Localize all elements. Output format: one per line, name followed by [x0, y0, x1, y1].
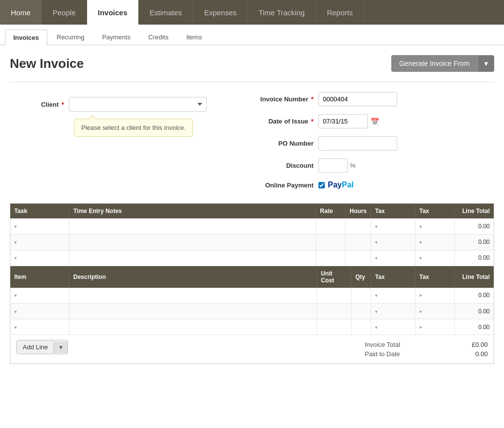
client-select[interactable]: [69, 97, 207, 112]
task-2-hours[interactable]: [346, 234, 371, 250]
task-3-tax1[interactable]: ▾: [371, 250, 415, 266]
task-3-task[interactable]: ▾: [10, 250, 69, 266]
discount-row: Discount %: [259, 158, 494, 173]
item-2-tax1[interactable]: ▾: [371, 304, 415, 319]
item-1-qty[interactable]: [351, 288, 371, 304]
nav-invoices[interactable]: Invoices: [87, 0, 139, 25]
add-line-btn[interactable]: Add Line ▼: [16, 340, 68, 354]
item-1-total: 0.00: [455, 288, 494, 304]
discount-input[interactable]: [318, 158, 348, 173]
nav-reports[interactable]: Reports: [316, 0, 364, 25]
online-payment-label: Online Payment: [259, 182, 318, 189]
item-row-3: ▾ ▾ ▾ 0.00: [10, 319, 494, 335]
nav-estimates[interactable]: Estimates: [139, 0, 193, 25]
invoice-number-input[interactable]: [318, 92, 397, 106]
task-2-tax1[interactable]: ▾: [371, 234, 415, 250]
item-3-cost[interactable]: [317, 319, 351, 335]
task-3-notes[interactable]: [69, 250, 316, 266]
item-2-cost[interactable]: [317, 304, 351, 319]
table-footer: Add Line ▼ Invoice Total £0.00 Paid to D…: [10, 335, 494, 364]
subnav-invoices[interactable]: Invoices: [5, 30, 47, 45]
item-1-desc[interactable]: [69, 288, 317, 304]
subnav-items[interactable]: Items: [178, 29, 210, 45]
paid-to-date-row: Paid to Date 0.00: [365, 349, 488, 359]
item-col-tax2: Tax: [415, 266, 455, 288]
item-3-item[interactable]: ▾: [10, 319, 69, 335]
task-row-3: ▾ ▾ ▾ 0.00: [10, 250, 494, 266]
item-col-cost: Unit Cost: [317, 266, 351, 288]
subnav-credits[interactable]: Credits: [140, 29, 177, 45]
item-col-qty: Qty: [351, 266, 371, 288]
item-1-cost[interactable]: [317, 288, 351, 304]
item-table: Item Description Unit Cost Qty Tax Tax L…: [10, 266, 494, 336]
item-2-qty[interactable]: [351, 304, 371, 319]
chevron-down-icon: ▾: [375, 293, 378, 298]
task-table: Task Time Entry Notes Rate Hours Tax Tax…: [10, 203, 494, 266]
task-2-rate[interactable]: [316, 234, 346, 250]
nav-people[interactable]: People: [42, 0, 87, 25]
task-3-rate[interactable]: [316, 250, 346, 266]
date-of-issue-input[interactable]: [318, 114, 368, 128]
calendar-icon[interactable]: 📅: [371, 118, 379, 125]
task-2-notes[interactable]: [69, 234, 316, 250]
paid-to-date-value: 0.00: [475, 350, 488, 358]
task-3-hours[interactable]: [346, 250, 371, 266]
chevron-down-icon: ▾: [375, 240, 378, 245]
top-nav: Home People Invoices Estimates Expenses …: [0, 0, 504, 25]
task-2-tax2[interactable]: ▾: [415, 234, 455, 250]
form-area: Client * Please select a client for this…: [10, 92, 494, 193]
task-2-task[interactable]: ▾: [10, 234, 69, 250]
client-label: Client *: [10, 101, 69, 108]
chevron-down-icon: ▾: [14, 255, 17, 261]
item-1-tax1[interactable]: ▾: [371, 288, 415, 304]
invoice-total-row: Invoice Total £0.00: [365, 340, 488, 349]
generate-invoice-main[interactable]: Generate Invoice From: [391, 55, 477, 72]
task-col-tax2: Tax: [415, 204, 455, 219]
po-number-label: PO Number: [259, 140, 318, 147]
invoice-total-value: £0.00: [472, 341, 488, 348]
task-table-body: ▾ ▾ ▾ 0.00 ▾ ▾ ▾ 0.00 ▾: [10, 218, 494, 266]
po-number-row: PO Number: [259, 136, 494, 151]
task-1-tax2[interactable]: ▾: [415, 218, 455, 234]
paypal-checkbox[interactable]: [318, 182, 325, 188]
item-3-tax1[interactable]: ▾: [371, 319, 415, 335]
task-1-total: 0.00: [455, 218, 494, 234]
task-2-total: 0.00: [455, 234, 494, 250]
percent-label: %: [350, 162, 356, 169]
task-row-2: ▾ ▾ ▾ 0.00: [10, 234, 494, 250]
discount-input-row: %: [318, 158, 356, 173]
subnav-payments[interactable]: Payments: [94, 29, 139, 45]
nav-time-tracking[interactable]: Time Tracking: [248, 0, 316, 25]
nav-home[interactable]: Home: [0, 0, 42, 25]
item-1-item[interactable]: ▾: [10, 288, 69, 304]
paid-to-date-label: Paid to Date: [365, 350, 400, 358]
add-line-arrow-btn[interactable]: ▼: [54, 341, 67, 353]
task-1-hours[interactable]: [346, 218, 371, 234]
task-1-tax1[interactable]: ▾: [371, 218, 415, 234]
item-1-tax2[interactable]: ▾: [415, 288, 455, 304]
task-1-rate[interactable]: [316, 218, 346, 234]
task-3-tax2[interactable]: ▾: [415, 250, 455, 266]
task-col-task: Task: [10, 204, 69, 219]
subnav-recurring[interactable]: Recurring: [48, 29, 93, 45]
item-col-item: Item: [10, 266, 69, 288]
add-line-main-btn[interactable]: Add Line: [17, 340, 54, 354]
generate-invoice-btn[interactable]: Generate Invoice From ▼: [391, 55, 494, 72]
task-1-notes[interactable]: [69, 218, 316, 234]
item-3-tax2[interactable]: ▾: [415, 319, 455, 335]
client-required: *: [60, 101, 64, 108]
chevron-down-icon: ▾: [14, 240, 17, 245]
task-1-task[interactable]: ▾: [10, 218, 69, 234]
nav-expenses[interactable]: Expenses: [193, 0, 248, 25]
item-2-tax2[interactable]: ▾: [415, 304, 455, 319]
po-number-input[interactable]: [318, 136, 397, 151]
item-2-item[interactable]: ▾: [10, 304, 69, 319]
task-col-total: Line Total: [455, 204, 494, 219]
form-right: Invoice Number * Date of Issue * 📅 PO Nu…: [259, 92, 494, 193]
generate-invoice-arrow[interactable]: ▼: [477, 56, 494, 72]
chevron-down-icon: ▾: [375, 309, 378, 314]
item-3-desc[interactable]: [69, 319, 317, 335]
item-2-desc[interactable]: [69, 304, 317, 319]
item-3-qty[interactable]: [351, 319, 371, 335]
page-header: New Invoice Generate Invoice From ▼: [10, 55, 494, 72]
